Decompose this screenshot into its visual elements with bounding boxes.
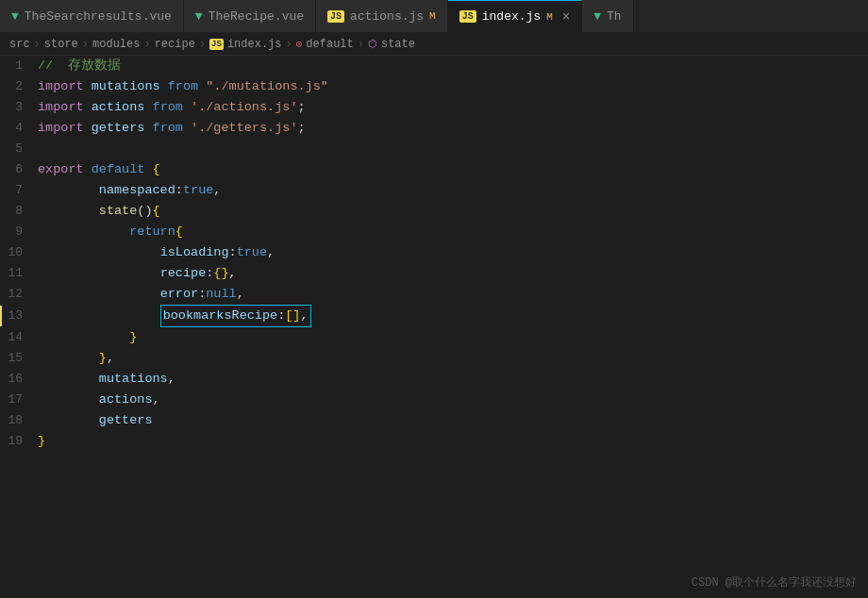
line-number: 3 bbox=[0, 97, 38, 118]
line-content: import mutations from "./mutations.js" bbox=[38, 76, 868, 97]
line-content: actions, bbox=[38, 390, 868, 410]
line-number: 19 bbox=[0, 431, 38, 452]
line-content: return{ bbox=[38, 222, 868, 242]
line-number: 2 bbox=[0, 76, 38, 97]
line-content: } bbox=[38, 431, 868, 452]
line-number: 9 bbox=[0, 222, 38, 242]
code-line: 15 }, bbox=[0, 348, 868, 369]
code-line: 7 namespaced:true, bbox=[0, 180, 868, 201]
line-number: 18 bbox=[0, 410, 38, 431]
code-line: 10 isLoading:true, bbox=[0, 242, 868, 263]
line-number: 8 bbox=[0, 201, 38, 222]
tab-label: TheSearchresults.vue bbox=[25, 9, 172, 24]
tab-tab2[interactable]: ▼TheRecipe.vue bbox=[184, 0, 316, 32]
line-content: }, bbox=[38, 348, 868, 369]
tab-tab3[interactable]: JSactions.jsM bbox=[316, 0, 448, 32]
line-content: state(){ bbox=[38, 201, 868, 222]
tab-label: Th bbox=[607, 9, 622, 24]
line-content: export default { bbox=[38, 159, 868, 180]
breadcrumb-part: default bbox=[306, 38, 353, 51]
code-line: 17 actions, bbox=[0, 390, 868, 410]
tab-tab5[interactable]: ▼Th bbox=[582, 0, 633, 32]
code-line: 13 bookmarksRecipe:[], bbox=[0, 305, 868, 327]
line-number: 7 bbox=[0, 180, 38, 201]
breadcrumb-part: state bbox=[381, 38, 415, 51]
breadcrumb-separator: › bbox=[358, 38, 364, 51]
line-content: namespaced:true, bbox=[38, 180, 868, 201]
line-number: 6 bbox=[0, 159, 38, 180]
tab-modified-indicator: M bbox=[546, 11, 553, 23]
code-line: 2import mutations from "./mutations.js" bbox=[0, 76, 868, 97]
tab-modified-indicator: M bbox=[429, 10, 436, 22]
breadcrumb-part: store bbox=[44, 38, 78, 51]
tab-label: TheRecipe.vue bbox=[209, 9, 304, 24]
code-line: 3import actions from './actions.js'; bbox=[0, 97, 868, 118]
breadcrumb-separator: › bbox=[199, 38, 206, 51]
vue-icon: ▼ bbox=[195, 9, 203, 24]
js-icon: JS bbox=[327, 10, 344, 23]
breadcrumb-part: src bbox=[9, 38, 30, 51]
selection-highlight: bookmarksRecipe:[], bbox=[160, 305, 311, 327]
line-number: 10 bbox=[0, 242, 38, 263]
line-content: recipe:{}, bbox=[38, 263, 868, 284]
watermark: CSDN @取个什么名字我还没想好 bbox=[692, 574, 857, 590]
code-line: 11 recipe:{}, bbox=[0, 263, 868, 284]
vue-icon: ▼ bbox=[11, 9, 19, 24]
code-area: 1// 存放数据2import mutations from "./mutati… bbox=[0, 56, 868, 598]
code-line: 1// 存放数据 bbox=[0, 56, 868, 76]
js-icon: JS bbox=[459, 10, 476, 23]
tab-label: actions.js bbox=[350, 9, 424, 24]
code-line: 5 bbox=[0, 139, 868, 159]
line-content: getters bbox=[38, 410, 868, 431]
line-content: } bbox=[38, 327, 868, 348]
line-number: 12 bbox=[0, 284, 38, 305]
line-number: 14 bbox=[0, 327, 38, 348]
line-number: 11 bbox=[0, 263, 38, 284]
line-number: 13 bbox=[0, 306, 38, 326]
line-content: mutations, bbox=[38, 369, 868, 390]
breadcrumb-separator: › bbox=[82, 38, 89, 51]
code-line: 8 state(){ bbox=[0, 201, 868, 222]
line-number: 1 bbox=[0, 56, 38, 76]
code-line: 9 return{ bbox=[0, 222, 868, 242]
breadcrumb: src›store›modules›recipe›JSindex.js›⊙def… bbox=[0, 33, 868, 56]
code-line: 18 getters bbox=[0, 410, 868, 431]
code-line: 6export default { bbox=[0, 159, 868, 180]
tab-label: index.js bbox=[482, 9, 541, 24]
breadcrumb-part: index.js bbox=[227, 38, 282, 51]
line-content: isLoading:true, bbox=[38, 242, 868, 263]
code-line: 19} bbox=[0, 431, 868, 452]
breadcrumb-part: recipe bbox=[155, 38, 195, 51]
breadcrumb-js-icon: JS bbox=[209, 39, 224, 50]
code-line: 14 } bbox=[0, 327, 868, 348]
tab-bar: ▼TheSearchresults.vue▼TheRecipe.vueJSact… bbox=[0, 0, 868, 33]
tab-close-button[interactable]: × bbox=[562, 9, 570, 25]
line-number: 5 bbox=[0, 139, 38, 159]
vue-icon: ▼ bbox=[593, 9, 601, 24]
line-content: import actions from './actions.js'; bbox=[38, 97, 868, 118]
line-content: bookmarksRecipe:[], bbox=[38, 305, 868, 327]
tab-tab4[interactable]: JSindex.jsM× bbox=[448, 0, 582, 32]
line-number: 4 bbox=[0, 118, 38, 139]
line-number: 17 bbox=[0, 390, 38, 410]
breadcrumb-separator: › bbox=[286, 38, 292, 51]
breadcrumb-separator: › bbox=[34, 38, 41, 51]
line-number: 16 bbox=[0, 369, 38, 390]
line-content: // 存放数据 bbox=[38, 56, 868, 76]
line-number: 15 bbox=[0, 348, 38, 369]
code-line: 16 mutations, bbox=[0, 369, 868, 390]
breadcrumb-cube-icon: ⬡ bbox=[368, 38, 377, 50]
line-content: import getters from './getters.js'; bbox=[38, 118, 868, 139]
line-content: error:null, bbox=[38, 284, 868, 305]
code-line: 12 error:null, bbox=[0, 284, 868, 305]
breadcrumb-symbol-icon: ⊙ bbox=[296, 38, 303, 50]
code-line: 4import getters from './getters.js'; bbox=[0, 118, 868, 139]
breadcrumb-part: modules bbox=[92, 38, 140, 51]
tab-tab1[interactable]: ▼TheSearchresults.vue bbox=[0, 0, 184, 32]
breadcrumb-separator: › bbox=[143, 38, 150, 51]
